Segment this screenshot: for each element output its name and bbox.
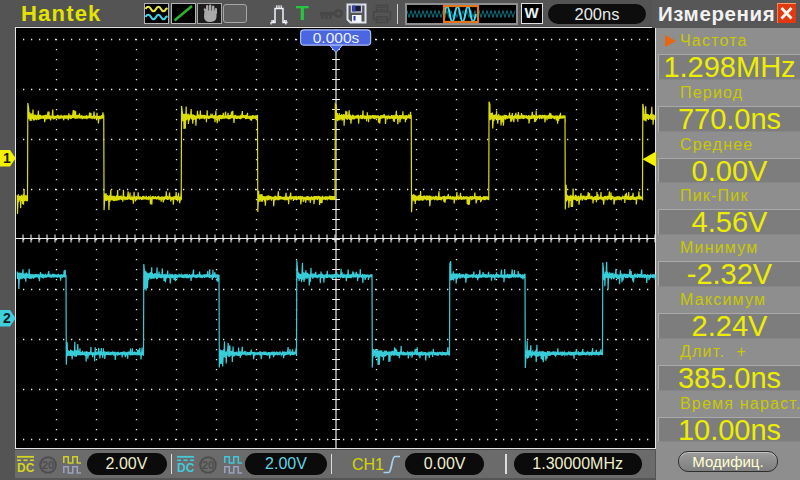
svg-text:20: 20 [202, 459, 214, 471]
svg-text:20: 20 [41, 459, 53, 471]
svg-text:W: W [524, 4, 539, 21]
svg-text:1: 1 [3, 150, 11, 166]
svg-text:2: 2 [3, 311, 11, 327]
svg-text:DC: DC [177, 461, 195, 474]
svg-text:DC: DC [17, 461, 35, 474]
svg-text:0.000s: 0.000s [313, 29, 360, 46]
